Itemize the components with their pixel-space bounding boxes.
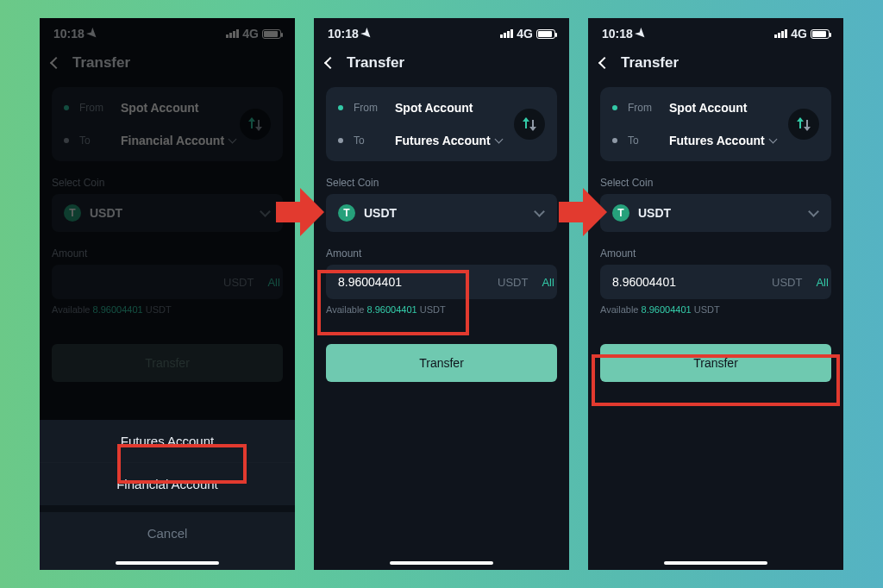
signal-icon bbox=[226, 29, 239, 38]
coin-badge-icon: T bbox=[338, 204, 355, 222]
page-title: Transfer bbox=[621, 54, 679, 72]
swap-icon bbox=[522, 116, 537, 132]
coin-select[interactable]: T USDT bbox=[600, 194, 831, 232]
time-text: 10:18 bbox=[53, 27, 85, 41]
chevron-down-icon bbox=[768, 135, 777, 144]
status-right: 4G bbox=[774, 27, 830, 41]
dot-from-icon bbox=[64, 105, 69, 110]
all-button[interactable]: All bbox=[542, 276, 554, 289]
battery-icon bbox=[262, 29, 281, 39]
amount-input[interactable] bbox=[338, 275, 489, 289]
bottom-sheet: Futures Account Financial Account Cancel bbox=[40, 420, 295, 570]
swap-icon bbox=[796, 116, 811, 132]
phone-screen-2: 10:18 ➤ 4G Transfer From Spot Account To… bbox=[314, 18, 569, 570]
amount-row: USDT All bbox=[52, 265, 283, 299]
available-label: Available bbox=[326, 304, 364, 315]
status-right: 4G bbox=[226, 27, 281, 41]
signal-icon bbox=[500, 29, 513, 38]
home-indicator[interactable] bbox=[390, 561, 493, 565]
status-time: 10:18 ➤ bbox=[602, 27, 647, 41]
status-right: 4G bbox=[500, 27, 555, 41]
dot-from-icon bbox=[612, 105, 617, 110]
select-coin-label: Select Coin bbox=[600, 177, 831, 189]
amount-row: USDT All bbox=[600, 265, 831, 299]
amount-unit: USDT bbox=[498, 276, 528, 289]
available-text: Available 8.96004401 USDT bbox=[600, 304, 831, 315]
available-value: 8.96004401 bbox=[93, 304, 143, 315]
dot-to-icon bbox=[338, 138, 343, 143]
from-label: From bbox=[79, 102, 110, 114]
available-text: Available 8.96004401 USDT bbox=[326, 304, 557, 315]
available-unit: USDT bbox=[146, 304, 172, 315]
sheet-cancel[interactable]: Cancel bbox=[40, 505, 295, 554]
transfer-button[interactable]: Transfer bbox=[326, 344, 557, 382]
header: Transfer bbox=[314, 44, 569, 80]
to-account-text: Futures Account bbox=[395, 134, 491, 147]
amount-unit: USDT bbox=[772, 276, 802, 289]
swap-button[interactable] bbox=[514, 109, 545, 140]
location-icon: ➤ bbox=[85, 25, 102, 42]
amount-label: Amount bbox=[326, 247, 557, 260]
swap-button[interactable] bbox=[240, 109, 271, 140]
time-text: 10:18 bbox=[602, 27, 633, 41]
status-bar: 10:18 ➤ 4G bbox=[588, 18, 843, 44]
arrow-icon-2 bbox=[559, 188, 607, 236]
available-text: Available 8.96004401 USDT bbox=[52, 304, 283, 315]
coin-select[interactable]: T USDT bbox=[326, 194, 557, 232]
signal-icon bbox=[774, 29, 787, 38]
back-icon[interactable] bbox=[324, 57, 336, 69]
status-bar: 10:18 ➤ 4G bbox=[40, 18, 295, 44]
coin-name: USDT bbox=[364, 206, 527, 220]
transfer-button[interactable]: Transfer bbox=[600, 344, 831, 382]
to-row[interactable]: To Futures Account bbox=[612, 134, 819, 147]
dot-to-icon bbox=[612, 138, 617, 143]
to-label: To bbox=[628, 134, 659, 147]
swap-button[interactable] bbox=[788, 109, 819, 140]
from-account-value: Spot Account bbox=[669, 101, 747, 115]
chevron-down-icon bbox=[229, 135, 237, 144]
available-label: Available bbox=[52, 304, 90, 315]
all-button[interactable]: All bbox=[267, 276, 279, 289]
account-card: From Spot Account To Financial Account bbox=[52, 87, 283, 161]
header: Transfer bbox=[40, 44, 295, 80]
home-indicator[interactable] bbox=[116, 561, 219, 565]
select-coin-label: Select Coin bbox=[52, 177, 283, 189]
from-label: From bbox=[354, 102, 385, 114]
location-icon: ➤ bbox=[633, 25, 650, 42]
to-row[interactable]: To Futures Account bbox=[338, 134, 545, 147]
dot-to-icon bbox=[64, 138, 69, 143]
coin-badge-icon: T bbox=[64, 204, 81, 222]
from-row[interactable]: From Spot Account bbox=[338, 101, 545, 115]
sheet-option-futures[interactable]: Futures Account bbox=[40, 420, 295, 462]
amount-label: Amount bbox=[52, 247, 283, 260]
back-icon[interactable] bbox=[50, 57, 62, 69]
to-account-text: Financial Account bbox=[121, 134, 224, 147]
dot-from-icon bbox=[338, 105, 343, 110]
from-account-value: Spot Account bbox=[121, 101, 198, 115]
header: Transfer bbox=[588, 44, 843, 80]
chevron-down-icon bbox=[260, 206, 271, 217]
available-label: Available bbox=[600, 304, 638, 315]
to-account-text: Futures Account bbox=[669, 134, 765, 147]
coin-name: USDT bbox=[90, 206, 253, 220]
to-row[interactable]: To Financial Account bbox=[64, 134, 271, 147]
amount-input[interactable] bbox=[612, 275, 763, 289]
phone-screen-3: 10:18 ➤ 4G Transfer From Spot Account To… bbox=[588, 18, 843, 570]
home-indicator[interactable] bbox=[664, 561, 767, 565]
from-row[interactable]: From Spot Account bbox=[64, 101, 271, 115]
available-unit: USDT bbox=[420, 304, 446, 315]
to-label: To bbox=[79, 134, 110, 147]
amount-unit: USDT bbox=[223, 276, 254, 289]
from-row[interactable]: From Spot Account bbox=[612, 101, 819, 115]
available-value: 8.96004401 bbox=[642, 304, 692, 315]
coin-select[interactable]: T USDT bbox=[52, 194, 283, 232]
sheet-option-financial[interactable]: Financial Account bbox=[40, 462, 295, 505]
chevron-down-icon bbox=[494, 135, 503, 144]
amount-input[interactable] bbox=[64, 275, 215, 289]
transfer-button[interactable]: Transfer bbox=[52, 344, 283, 382]
all-button[interactable]: All bbox=[816, 276, 828, 289]
amount-row: USDT All bbox=[326, 265, 557, 299]
status-time: 10:18 ➤ bbox=[328, 27, 373, 41]
battery-icon bbox=[536, 29, 555, 39]
back-icon[interactable] bbox=[598, 57, 611, 69]
